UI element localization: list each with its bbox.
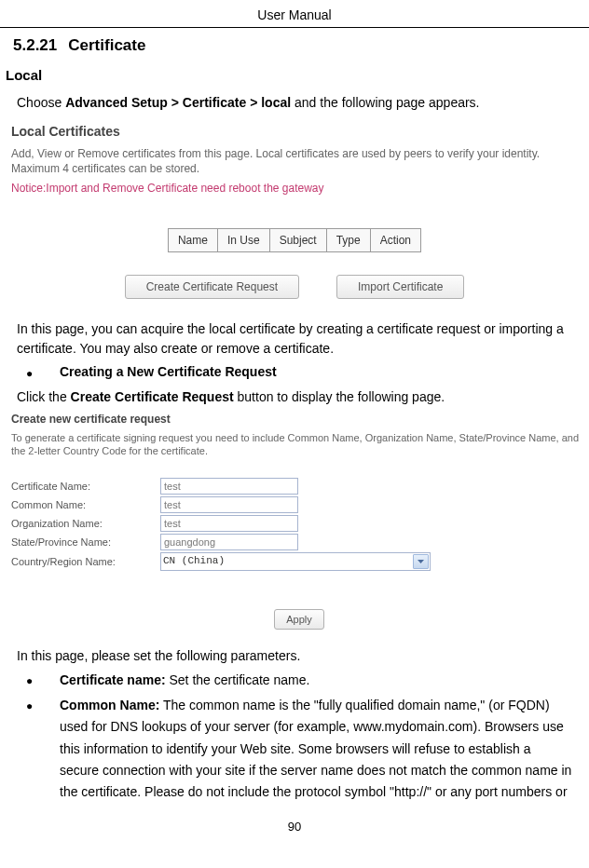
bullet-icon: ● bbox=[17, 362, 60, 382]
acquire-paragraph: In this page, you can acquire the local … bbox=[0, 316, 589, 360]
field-row-certname: Certificate Name: bbox=[9, 477, 589, 495]
apply-button[interactable]: Apply bbox=[274, 609, 324, 631]
certname-field[interactable] bbox=[160, 478, 298, 495]
col-name: Name bbox=[168, 229, 217, 252]
bullet-icon: ● bbox=[17, 670, 60, 689]
local-certificates-panel: Local Certificates Add, View or Remove c… bbox=[9, 118, 580, 312]
list-item-text: Common Name: The common name is the "ful… bbox=[60, 695, 572, 802]
create-request-panel: Create new certificate request To genera… bbox=[9, 409, 589, 639]
country-value: CN (China) bbox=[163, 555, 225, 566]
state-label: State/Province Name: bbox=[9, 535, 160, 550]
commonname-field[interactable] bbox=[160, 496, 298, 513]
click-suffix: button to display the following page. bbox=[234, 389, 445, 404]
bullet-icon: ● bbox=[17, 695, 60, 714]
orgname-field[interactable] bbox=[160, 515, 298, 532]
intro-suffix: and the following page appears. bbox=[291, 95, 479, 110]
apply-wrap: Apply bbox=[9, 572, 589, 640]
field-row-commonname: Common Name: bbox=[9, 495, 589, 514]
field-row-country: Country/Region Name: CN (China) bbox=[9, 551, 589, 572]
import-cert-button[interactable]: Import Certificate bbox=[336, 275, 464, 299]
certname-label: Certificate Name: bbox=[9, 479, 160, 495]
create-cert-request-button[interactable]: Create Certificate Request bbox=[125, 275, 299, 299]
section-heading: 5.2.21Certificate bbox=[0, 28, 589, 61]
panel-description: Add, View or Remove certificates from th… bbox=[9, 147, 580, 178]
col-inuse: In Use bbox=[217, 229, 269, 252]
intro-paragraph: Choose Advanced Setup > Certificate > lo… bbox=[0, 89, 589, 116]
create-panel-title: Create new certificate request bbox=[9, 409, 589, 431]
click-prefix: Click the bbox=[17, 389, 71, 404]
click-paragraph: Click the Create Certificate Request but… bbox=[0, 384, 589, 409]
list-rest: The common name is the "fully qualified … bbox=[60, 698, 571, 798]
list-item: ● Common Name: The common name is the "f… bbox=[0, 693, 589, 804]
chevron-down-icon[interactable] bbox=[413, 554, 429, 569]
section-number: 5.2.21 bbox=[13, 36, 57, 54]
panel-title: Local Certificates bbox=[9, 118, 580, 147]
intro-prefix: Choose bbox=[17, 95, 65, 110]
bullet-creating-label: Creating a New Certificate Request bbox=[60, 362, 572, 382]
state-field[interactable] bbox=[160, 534, 298, 550]
page-number: 90 bbox=[0, 805, 589, 846]
setparams-paragraph: In this page, please set the following p… bbox=[0, 643, 589, 668]
create-panel-desc: To generate a certificate signing reques… bbox=[9, 431, 589, 477]
panel-buttons: Create Certificate Request Import Certif… bbox=[9, 275, 580, 312]
page-header: User Manual bbox=[0, 0, 589, 28]
col-subject: Subject bbox=[269, 229, 326, 252]
cert-table-wrap: Name In Use Subject Type Action bbox=[9, 202, 580, 275]
list-bold: Common Name: bbox=[60, 698, 159, 712]
panel-notice: Notice:Import and Remove Certificate nee… bbox=[9, 178, 580, 202]
col-type: Type bbox=[326, 229, 370, 252]
subheading-local: Local bbox=[0, 61, 589, 90]
list-bold: Certificate name: bbox=[60, 672, 166, 687]
country-label: Country/Region Name: bbox=[9, 554, 160, 570]
list-item-text: Certificate name: Set the certificate na… bbox=[60, 670, 572, 691]
country-select[interactable]: CN (China) bbox=[160, 552, 431, 571]
orgname-label: Organization Name: bbox=[9, 516, 160, 532]
click-bold: Create Certificate Request bbox=[71, 389, 234, 404]
list-item: ● Certificate name: Set the certificate … bbox=[0, 668, 589, 693]
commonname-label: Common Name: bbox=[9, 497, 160, 513]
field-row-orgname: Organization Name: bbox=[9, 514, 589, 533]
field-row-state: State/Province Name: bbox=[9, 533, 589, 551]
col-action: Action bbox=[370, 229, 420, 252]
cert-table: Name In Use Subject Type Action bbox=[168, 228, 421, 252]
list-rest: Set the certificate name. bbox=[166, 672, 310, 687]
bullet-creating: ● Creating a New Certificate Request bbox=[0, 360, 589, 384]
section-title: Certificate bbox=[68, 36, 145, 54]
intro-path: Advanced Setup > Certificate > local bbox=[65, 95, 291, 110]
